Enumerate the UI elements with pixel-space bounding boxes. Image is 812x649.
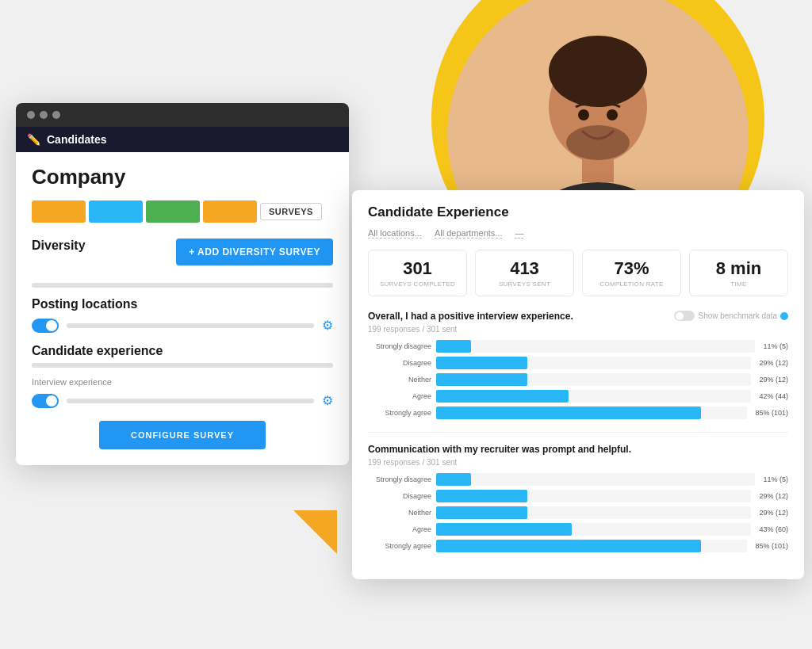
bar-label: Disagree xyxy=(368,359,431,367)
bar-fill xyxy=(436,373,527,386)
tab-blue[interactable] xyxy=(89,200,143,223)
stat-surveys-sent: 413 SURVEYS SENT xyxy=(475,250,574,296)
company-title: Company xyxy=(32,165,333,189)
bar-label: Neither xyxy=(368,376,431,384)
stat-surveys-completed-value: 301 xyxy=(377,258,458,279)
panel-body: Company SURVEYS Diversity + ADD DIVERSIT… xyxy=(16,152,349,465)
posting-gear-icon[interactable]: ⚙ xyxy=(322,318,333,333)
question2-section: Communication with my recruiter was prom… xyxy=(368,444,788,552)
bar-value: 29% (12) xyxy=(759,359,788,367)
bar-label: Strongly disagree xyxy=(368,342,431,350)
bar-label: Strongly disagree xyxy=(368,475,431,483)
question1-responses: 199 responses / 301 sent xyxy=(368,325,788,334)
add-diversity-survey-button[interactable]: + ADD DIVERSITY SURVEY xyxy=(176,239,333,265)
benchmark-label: Show benchmark data xyxy=(698,311,777,320)
question2-responses: 199 responses / 301 sent xyxy=(368,458,788,467)
benchmark-toggle-icon[interactable] xyxy=(674,311,695,321)
filter-dash: — xyxy=(515,228,523,239)
bar-container xyxy=(436,357,751,369)
stats-row: 301 SURVEYS COMPLETED 413 SURVEYS SENT 7… xyxy=(368,250,788,296)
nav-title: Candidates xyxy=(47,133,106,146)
titlebar-dot-1 xyxy=(27,111,35,119)
bar-container xyxy=(436,373,751,386)
stat-surveys-completed: 301 SURVEYS COMPLETED xyxy=(368,250,467,296)
bar-label: Strongly agree xyxy=(368,409,431,417)
bar-fill xyxy=(436,340,471,353)
bar-fill xyxy=(436,357,527,369)
diversity-progress-bar xyxy=(32,283,333,288)
bar-label: Agree xyxy=(368,392,431,400)
titlebar-dot-3 xyxy=(52,111,60,119)
tab-orange2[interactable] xyxy=(203,200,257,223)
configure-survey-button[interactable]: CONFIGURE SURVEY xyxy=(99,421,266,449)
chart-row: Neither 29% (12) xyxy=(368,373,788,386)
right-panel: Candidate Experience All locations... Al… xyxy=(352,190,804,579)
interview-toggle[interactable] xyxy=(32,394,59,408)
edit-icon: ✏️ xyxy=(27,133,40,146)
bar-value: 29% (12) xyxy=(759,509,788,517)
bar-value: 85% (101) xyxy=(755,542,788,550)
stat-time-label: TIME xyxy=(698,281,779,288)
chart-row: Neither 29% (12) xyxy=(368,506,788,519)
bar-value: 11% (5) xyxy=(763,475,788,483)
stat-surveys-sent-label: SURVEYS SENT xyxy=(484,281,565,288)
bar-value: 85% (101) xyxy=(755,409,788,417)
posting-locations-heading: Posting locations xyxy=(32,297,333,311)
stat-completion-rate-value: 73% xyxy=(591,258,672,279)
diversity-heading: Diversity xyxy=(32,239,86,253)
interview-row: ⚙ xyxy=(32,393,333,408)
nav-bar: ✏️ Candidates xyxy=(16,127,349,152)
question1-text: Overall, I had a positive interview expe… xyxy=(368,311,573,322)
section-divider xyxy=(368,432,788,433)
stat-surveys-sent-value: 413 xyxy=(484,258,565,279)
chart-row: Strongly agree 85% (101) xyxy=(368,407,788,419)
tab-orange[interactable] xyxy=(32,200,86,223)
bar-container xyxy=(436,540,747,552)
svg-point-6 xyxy=(578,109,589,120)
info-dot xyxy=(780,312,788,320)
bar-fill xyxy=(436,523,572,536)
filter-locations[interactable]: All locations... xyxy=(368,228,422,239)
tab-surveys[interactable]: SURVEYS xyxy=(260,203,322,220)
bar-label: Agree xyxy=(368,525,431,533)
filter-row: All locations... All departments... — xyxy=(368,228,788,239)
stat-surveys-completed-label: SURVEYS COMPLETED xyxy=(377,281,458,288)
titlebar xyxy=(16,103,349,127)
show-benchmark-toggle[interactable]: Show benchmark data xyxy=(674,311,788,321)
chart-row: Strongly agree 85% (101) xyxy=(368,540,788,552)
question2-text: Communication with my recruiter was prom… xyxy=(368,444,788,455)
bar-value: 29% (12) xyxy=(759,492,788,500)
bar-label: Strongly agree xyxy=(368,542,431,550)
chart-row: Agree 43% (60) xyxy=(368,523,788,536)
bar-container xyxy=(436,490,751,502)
bar-container xyxy=(436,390,751,403)
bar-value: 11% (5) xyxy=(763,342,788,350)
chart-row: Agree 42% (44) xyxy=(368,390,788,403)
bar-fill xyxy=(436,473,471,486)
bar-fill xyxy=(436,390,569,403)
tab-green[interactable] xyxy=(146,200,200,223)
question2-chart: Strongly disagree 11% (5) Disagree 29% (… xyxy=(368,473,788,552)
bar-value: 43% (60) xyxy=(759,525,788,533)
stat-time: 8 min TIME xyxy=(689,250,788,296)
posting-bar xyxy=(67,323,314,328)
candidate-experience-heading: Candidate experience xyxy=(32,344,333,358)
diversity-progress-fill xyxy=(32,283,152,288)
interview-experience-section: Interview experience ⚙ xyxy=(32,377,333,408)
filter-departments[interactable]: All departments... xyxy=(435,228,503,239)
interview-exp-label: Interview experience xyxy=(32,377,333,387)
chart-row: Disagree 29% (12) xyxy=(368,357,788,369)
bar-fill xyxy=(436,490,527,502)
interview-gear-icon[interactable]: ⚙ xyxy=(322,393,333,408)
right-panel-title: Candidate Experience xyxy=(368,204,788,220)
bar-value: 42% (44) xyxy=(759,392,788,400)
chart-row: Strongly disagree 11% (5) xyxy=(368,473,788,486)
bar-fill xyxy=(436,540,701,552)
posting-locations-section: Posting locations ⚙ xyxy=(32,297,333,333)
posting-toggle[interactable] xyxy=(32,319,59,333)
svg-point-7 xyxy=(607,109,618,120)
bar-fill xyxy=(436,506,527,519)
orange-triangle-decoration xyxy=(293,510,337,554)
candidate-experience-section: Candidate experience xyxy=(32,344,333,368)
bar-label: Neither xyxy=(368,509,431,517)
